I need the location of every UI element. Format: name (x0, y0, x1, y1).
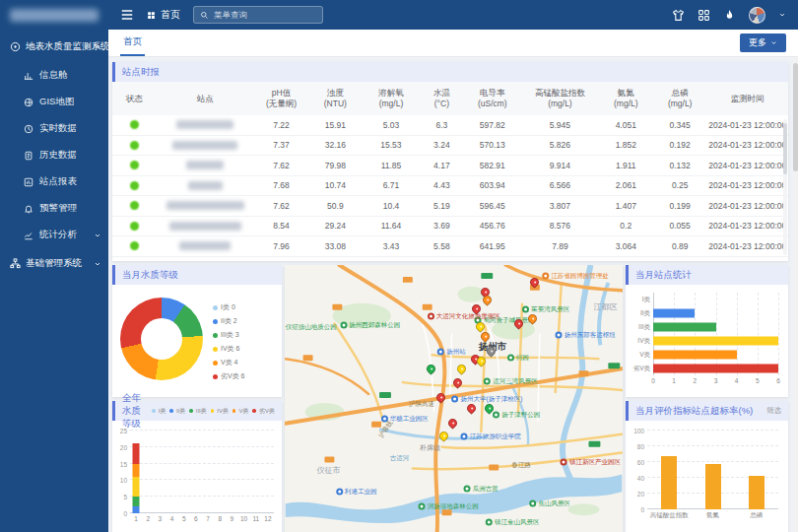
table-row[interactable]: 7.6250.910.45.19596.453.8071.4070.199202… (112, 196, 788, 217)
map-label-poi-blue: 利通工业园 (336, 487, 377, 496)
chartbox-icon (24, 177, 33, 187)
value-cell: 7.96 (254, 241, 308, 251)
gridline (647, 430, 778, 431)
table-row[interactable]: 8.5429.2411.643.69456.768.5760.20.055202… (112, 217, 788, 237)
station-name-redacted (176, 120, 233, 129)
value-cell: 597.82 (464, 120, 521, 130)
chevron-down-icon[interactable] (778, 11, 786, 19)
breadcrumb[interactable]: 首页 (147, 8, 180, 22)
status-dot-normal (130, 141, 139, 150)
bar (653, 337, 778, 346)
column-header-8: 氨氮(mg/L) (599, 88, 653, 108)
bar (653, 309, 695, 318)
value-cell: 2024-01-23 12:00:00 (707, 241, 788, 251)
value-cell: 4.43 (420, 180, 464, 190)
value-cell: 2.061 (599, 180, 653, 190)
value-cell: 50.9 (308, 201, 363, 211)
column-header-5: 水温(°C) (420, 88, 464, 108)
station-cell (157, 120, 254, 129)
status-cell (112, 241, 157, 250)
value-cell: 5.19 (420, 201, 464, 211)
sidebar-item-info-cabin[interactable]: 信息舱 (0, 62, 108, 89)
hamburger-menu-icon[interactable] (120, 8, 134, 22)
sidebar-group-label: 基础管理系统 (26, 257, 82, 270)
station-report-panel: 站点时报 状态站点pH值(无量纲)浊度(NTU)溶解氧(mg/L)水温(°C)电… (112, 62, 788, 261)
value-cell: 0.192 (653, 140, 707, 150)
value-cell: 570.13 (464, 140, 521, 150)
value-cell: 0.89 (653, 241, 707, 251)
sidebar-item-warning-mgmt[interactable]: 预警管理 (0, 195, 108, 222)
x-tick-label: 1 (672, 377, 676, 384)
table-row[interactable]: 7.6279.9811.854.17582.919.9141.9110.1322… (112, 156, 788, 176)
menu-search-input[interactable] (214, 10, 316, 20)
panel-title-monthly-grade: 当月水质等级 (112, 265, 282, 285)
sidebar-item-history-data[interactable]: 历史数据 (0, 142, 108, 168)
stacked-bar (217, 431, 224, 513)
value-cell: 0.345 (653, 120, 707, 130)
menu-search-box[interactable] (193, 6, 323, 24)
table-row[interactable]: 7.3732.1615.533.24570.135.8261.8520.1922… (112, 136, 788, 157)
sidebar-item-realtime-data[interactable]: 实时数据 (0, 115, 108, 142)
y-tick-label: 15 (120, 460, 130, 467)
gridline (737, 293, 738, 375)
value-cell: 1.407 (599, 201, 653, 211)
value-cell: 2024-01-23 12:00:00 (707, 180, 788, 190)
value-cell: 10.74 (308, 180, 363, 190)
sidebar-item-gis-map[interactable]: GIS地图 (0, 89, 108, 115)
user-avatar[interactable] (749, 7, 765, 24)
map-label-poi-green: 润扬湿地森林公园 (419, 501, 479, 510)
flame-icon[interactable] (723, 9, 736, 22)
value-cell: 7.37 (254, 140, 308, 150)
panel-title-station-count: 当月站点统计 (626, 265, 788, 285)
donut-legend: I类 0II类 2III类 3IV类 6V类 4劣V类 6 (213, 302, 245, 395)
page-scrollbar[interactable] (793, 57, 798, 532)
table-row[interactable]: 7.2215.915.036.3597.825.9454.0510.345202… (112, 115, 788, 136)
value-cell: 15.53 (363, 140, 420, 150)
theme-skin-icon[interactable] (672, 9, 685, 22)
table-row[interactable]: 7.6810.746.714.43603.946.5662.0610.25202… (112, 176, 788, 197)
y-tick-label: 20 (637, 491, 647, 498)
panel-title-yearly-grade: 全年水质等级 I类II类III类IV类V类劣V类 (112, 401, 282, 421)
layout-screens-icon[interactable] (698, 9, 710, 22)
x-tick-label: 12 (264, 515, 271, 522)
map-label-poi-blue: 扬州站 (437, 348, 466, 357)
sidebar-menu: 信息舱GIS地图实时数据历史数据站点报表预警管理统计分析 (0, 62, 108, 248)
column-header-10: 监测时间 (707, 94, 788, 104)
sidebar-group-base-system[interactable]: 基础管理系统 (0, 248, 108, 279)
map-label-poi-green: 瓜洲古渡 (464, 485, 499, 494)
table-scrollbar[interactable] (783, 119, 787, 255)
sidebar-item-station-report[interactable]: 站点报表 (0, 168, 108, 195)
filter-link[interactable]: 筛选 (766, 406, 781, 416)
tab-home[interactable]: 首页 (120, 30, 145, 56)
sidebar-group-surface-water-system[interactable]: 地表水质量监测系统 (0, 32, 108, 62)
map-label-poi-red: 大运河文化旅游度假区 (428, 311, 500, 320)
legend-item: 劣V类 6 (213, 371, 245, 381)
value-cell: 596.45 (464, 201, 521, 211)
value-cell: 3.807 (521, 201, 599, 211)
poi-icon (461, 433, 468, 440)
x-tick-label: 2 (694, 377, 698, 384)
bar (653, 365, 778, 373)
map-label-poi-orange: 江苏省园博园管理处 (542, 271, 609, 280)
table-row[interactable]: 7.9633.083.435.58641.957.893.0640.892024… (112, 236, 788, 257)
status-cell (112, 201, 157, 210)
value-cell: 0.132 (653, 161, 707, 170)
station-name-redacted (166, 201, 245, 210)
bar (705, 464, 721, 509)
value-cell: 6.71 (363, 180, 420, 190)
more-tabs-button[interactable]: 更多 (740, 33, 786, 52)
station-name-redacted (172, 141, 237, 150)
gridline (653, 293, 654, 375)
sidebar-item-stat-analysis[interactable]: 统计分析 (0, 222, 108, 248)
stacked-legend: I类II类III类IV类V类劣V类 (152, 407, 275, 416)
legend-item: V类 (233, 407, 249, 416)
station-name-redacted (179, 241, 231, 250)
table-header-row: 状态站点pH值(无量纲)浊度(NTU)溶解氧(mg/L)水温(°C)电导率(uS… (112, 82, 788, 115)
column-header-0: 状态 (112, 94, 157, 104)
value-cell: 7.68 (254, 180, 308, 190)
more-label: 更多 (749, 36, 766, 49)
category-label: V类 (639, 351, 653, 360)
gis-map[interactable]: 扬州市江都区仪征市朴席镇扬州西郊森林公园仪征捺山地质公园茱萸湾风景区蜀冈唐子城风… (285, 265, 623, 532)
column-header-1: 站点 (157, 94, 254, 104)
value-cell: 2024-01-23 12:00:00 (707, 120, 788, 130)
